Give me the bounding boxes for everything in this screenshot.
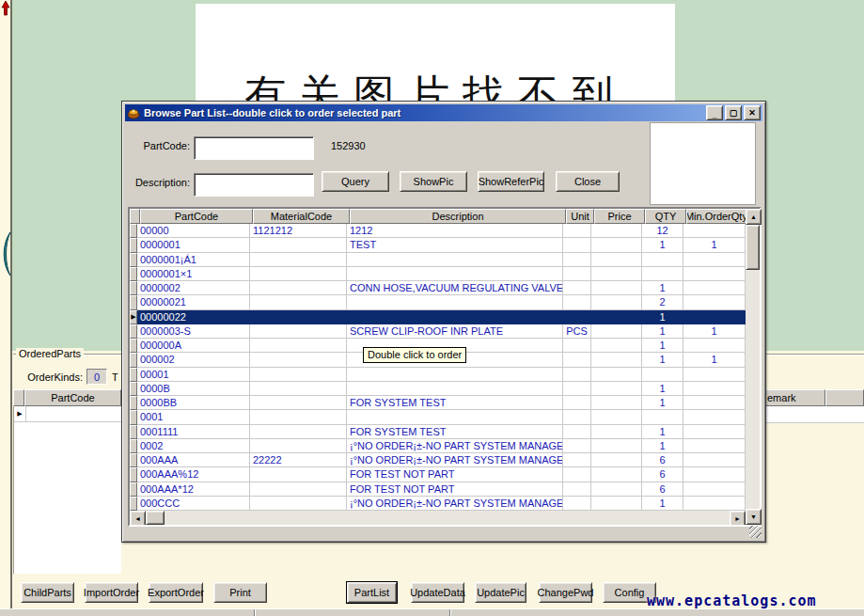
collapse-panel-chevron-icon[interactable] bbox=[0, 230, 11, 277]
grid-cell bbox=[591, 497, 642, 511]
close-button[interactable]: Close bbox=[556, 171, 620, 192]
grid-cell bbox=[683, 310, 746, 324]
minimize-button[interactable]: _ bbox=[706, 105, 723, 120]
table-row[interactable]: 0000001×1 bbox=[130, 267, 746, 281]
ordered-parts-grid-body[interactable]: ▶ bbox=[13, 406, 121, 574]
ordered-grid-remark-header-partial[interactable]: emark bbox=[765, 389, 825, 406]
grid-column-header[interactable]: Min.OrderQty. bbox=[686, 209, 746, 224]
table-row[interactable]: 0000002CONN HOSE,VACUUM REGULATING VALVE… bbox=[130, 281, 746, 295]
table-row[interactable]: 0000003-SSCREW CLIP-ROOF INR PLATEPCS11 bbox=[130, 324, 746, 339]
grid-cell: FOR SYSTEM TEST bbox=[347, 396, 563, 410]
grid-cell: ¡°NO ORDER¡±-NO PART SYSTEM MANAGE GOODS bbox=[347, 453, 563, 467]
row-indicator-cell bbox=[130, 497, 137, 511]
table-row[interactable]: 00001 bbox=[130, 368, 746, 382]
update-data-button[interactable]: UpdateData bbox=[411, 582, 464, 603]
grid-column-header[interactable]: Description bbox=[350, 209, 566, 224]
grid-column-header[interactable]: Price bbox=[594, 209, 645, 224]
table-row[interactable]: 0001111FOR SYSTEM TEST1 bbox=[130, 425, 746, 439]
table-row[interactable]: 000AAA%12FOR TEST NOT PART6 bbox=[130, 467, 746, 482]
query-button[interactable]: Query bbox=[322, 171, 389, 192]
table-row[interactable]: 0000B1 bbox=[130, 382, 746, 396]
horizontal-scrollbar[interactable]: ◄ ► bbox=[130, 511, 746, 525]
part-code-label: PartCode: bbox=[130, 140, 190, 151]
maximize-button[interactable]: ▢ bbox=[725, 105, 742, 120]
h-scroll-thumb[interactable] bbox=[146, 511, 165, 525]
grid-column-header[interactable]: QTY bbox=[645, 209, 686, 224]
table-row[interactable]: 0000001TEST11 bbox=[130, 238, 746, 252]
grid-cell: 000AAA bbox=[137, 453, 250, 467]
grid-cell: 1121212 bbox=[250, 224, 347, 238]
print-button[interactable]: Print bbox=[213, 582, 267, 603]
grid-cell: TEST bbox=[347, 238, 563, 252]
grid-cell: 000AAA%12 bbox=[137, 467, 250, 482]
table-row[interactable]: 000000212 bbox=[130, 295, 746, 309]
row-indicator-cell bbox=[130, 410, 137, 424]
grid-column-header[interactable]: Unit bbox=[566, 209, 594, 224]
scroll-down-icon[interactable]: ▼ bbox=[746, 509, 762, 525]
table-row[interactable]: 0000001¡Á1 bbox=[130, 253, 746, 267]
grid-cell bbox=[683, 453, 746, 467]
grid-cell bbox=[563, 224, 591, 238]
resize-grip[interactable] bbox=[749, 526, 762, 538]
grid-column-header[interactable]: MaterialCode bbox=[253, 209, 350, 224]
import-order-button[interactable]: ImportOrder bbox=[85, 582, 138, 603]
grid-cell bbox=[250, 497, 347, 511]
change-pwd-button[interactable]: ChangePwd bbox=[539, 582, 592, 603]
grid-cell bbox=[591, 467, 642, 482]
order-kinds-label: OrderKinds: bbox=[21, 371, 83, 383]
grid-cell bbox=[250, 339, 347, 353]
grid-cell: 1 bbox=[642, 396, 683, 410]
export-order-button[interactable]: ExportOrder bbox=[149, 582, 203, 603]
grid-cell bbox=[347, 368, 563, 382]
table-row[interactable]: 0002¡°NO ORDER¡±-NO PART SYSTEM MANAGE G… bbox=[130, 439, 746, 453]
grid-cell: 0000002 bbox=[137, 281, 250, 295]
show-pic-button[interactable]: ShowPic bbox=[400, 171, 467, 192]
table-row[interactable]: 000AAA22222¡°NO ORDER¡±-NO PART SYSTEM M… bbox=[130, 453, 746, 467]
grid-cell: 0000001×1 bbox=[137, 267, 250, 281]
red-up-arrow-icon[interactable] bbox=[1, 1, 10, 16]
row-indicator-cell bbox=[130, 253, 137, 267]
part-list-button[interactable]: PartList bbox=[347, 582, 397, 603]
ordered-grid-extra-header[interactable] bbox=[825, 389, 864, 406]
ordered-grid-partcode-header[interactable]: PartCode bbox=[24, 389, 121, 406]
grid-column-header[interactable]: PartCode bbox=[140, 209, 253, 224]
grid-cell: ¡°NO ORDER¡±-NO PART SYSTEM MANAGE GOODS bbox=[347, 439, 563, 453]
grid-cell: PCS bbox=[563, 324, 591, 339]
grid-cell bbox=[591, 324, 642, 339]
table-row[interactable]: ▶ bbox=[14, 406, 121, 422]
scroll-right-icon[interactable]: ► bbox=[730, 511, 746, 525]
show-refer-pic-button[interactable]: ShowReferPic bbox=[478, 171, 544, 192]
h-scroll-track bbox=[165, 511, 730, 525]
table-row[interactable]: 0000BBFOR SYSTEM TEST1 bbox=[130, 396, 746, 410]
grid-cell bbox=[591, 224, 642, 238]
row-indicator-cell bbox=[130, 425, 137, 439]
description-input[interactable] bbox=[194, 173, 314, 197]
table-row[interactable]: 0001 bbox=[130, 410, 746, 424]
scroll-left-icon[interactable]: ◄ bbox=[130, 511, 146, 525]
grid-cell bbox=[591, 281, 642, 295]
close-icon[interactable]: ✕ bbox=[744, 105, 761, 120]
order-kinds-value-box: 0 bbox=[86, 369, 107, 385]
grid-cell: 1 bbox=[642, 382, 683, 396]
app-icon bbox=[127, 107, 140, 119]
watermark-text: www.epcatalogs.com bbox=[647, 592, 817, 609]
vertical-scrollbar[interactable]: ▲ ▼ bbox=[746, 209, 760, 525]
dialog-titlebar[interactable]: Browse Part List--double click to order … bbox=[125, 104, 762, 121]
grid-cell bbox=[250, 439, 347, 453]
grid-cell bbox=[683, 425, 746, 439]
v-scroll-thumb[interactable] bbox=[746, 225, 760, 270]
table-row[interactable]: 000CCC¡°NO ORDER¡±-NO PART SYSTEM MANAGE… bbox=[130, 497, 746, 511]
grid-cell bbox=[563, 382, 591, 396]
scroll-up-icon[interactable]: ▲ bbox=[746, 209, 762, 225]
table-row[interactable]: ▶000000221 bbox=[130, 310, 746, 324]
update-pic-button[interactable]: UpdatePic bbox=[475, 582, 526, 603]
table-row[interactable]: 000AAA*12FOR TEST NOT PART6 bbox=[130, 482, 746, 497]
row-indicator-arrow-icon: ▶ bbox=[130, 310, 137, 324]
status-bar bbox=[0, 608, 864, 616]
grid-cell bbox=[250, 410, 347, 424]
row-indicator-cell bbox=[130, 439, 137, 453]
child-parts-button[interactable]: ChildParts bbox=[21, 582, 74, 603]
part-code-input[interactable] bbox=[194, 136, 314, 160]
grid-cell bbox=[250, 482, 347, 497]
table-row[interactable]: 000001121212121212 bbox=[130, 224, 746, 238]
